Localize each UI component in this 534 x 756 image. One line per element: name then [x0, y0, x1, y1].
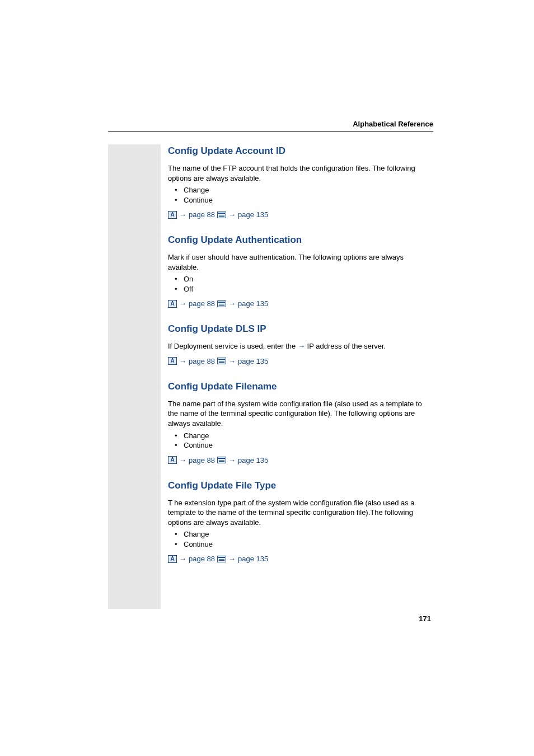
- reference-line: A → page 88 → page 135: [168, 456, 434, 464]
- header-title: Alphabetical Reference: [353, 120, 433, 128]
- page-number: 171: [419, 614, 431, 623]
- page-ref[interactable]: page 88: [189, 456, 215, 464]
- arrow-icon: →: [228, 210, 236, 219]
- section-config-update-dls-ip: Config Update DLS IP If Deployment servi…: [168, 323, 434, 365]
- arrow-icon: →: [228, 456, 236, 464]
- section-body: The name part of the system wide configu…: [168, 399, 434, 429]
- section-config-update-file-type: Config Update File Type T he extension t…: [168, 480, 434, 564]
- page-ref[interactable]: page 135: [238, 555, 268, 563]
- web-icon: [217, 300, 226, 307]
- admin-icon: A: [168, 357, 177, 365]
- page-container: Alphabetical Reference Config Update Acc…: [0, 0, 534, 756]
- section-config-update-authentication: Config Update Authentication Mark if use…: [168, 234, 434, 308]
- page-ref[interactable]: page 135: [238, 299, 268, 308]
- page-ref[interactable]: page 135: [238, 210, 268, 219]
- list-item: Off: [168, 284, 434, 294]
- section-config-update-account-id: Config Update Account ID The name of the…: [168, 145, 434, 219]
- list-item: Change: [168, 431, 434, 441]
- section-config-update-filename: Config Update Filename The name part of …: [168, 381, 434, 464]
- reference-line: A → page 88 → page 135: [168, 210, 434, 219]
- admin-icon: A: [168, 456, 177, 464]
- section-title: Config Update DLS IP: [168, 323, 434, 335]
- reference-line: A → page 88 → page 135: [168, 357, 434, 365]
- header-rule: [108, 131, 433, 132]
- reference-line: A → page 88 → page 135: [168, 555, 434, 563]
- section-body: If Deployment service is used, enter the…: [168, 341, 434, 351]
- list-item: Continue: [168, 539, 434, 550]
- body-prefix: If Deployment service is used, enter the: [168, 342, 298, 350]
- page-ref[interactable]: page 135: [238, 456, 268, 464]
- content-area: Config Update Account ID The name of the…: [168, 145, 434, 579]
- section-body: The name of the FTP account that holds t…: [168, 163, 434, 183]
- arrow-icon: →: [179, 555, 186, 563]
- arrow-icon: →: [179, 299, 186, 308]
- page-ref[interactable]: page 88: [189, 210, 215, 219]
- sidebar-bar: [108, 144, 161, 609]
- page-ref[interactable]: page 88: [189, 357, 215, 365]
- page-ref[interactable]: page 88: [189, 299, 215, 308]
- web-icon: [217, 457, 226, 463]
- bullet-list: Change Continue: [168, 185, 434, 205]
- bullet-list: Change Continue: [168, 431, 434, 450]
- page-ref[interactable]: page 135: [238, 357, 268, 365]
- web-icon: [217, 358, 226, 364]
- section-title: Config Update Authentication: [168, 234, 434, 246]
- bullet-list: Change Continue: [168, 529, 434, 549]
- arrow-icon: →: [228, 555, 236, 563]
- arrow-icon: →: [228, 299, 236, 308]
- web-icon: [217, 556, 226, 562]
- body-suffix: IP address of the server.: [305, 342, 386, 350]
- web-icon: [217, 212, 226, 218]
- list-item: Continue: [168, 195, 434, 205]
- arrow-icon: →: [298, 342, 305, 350]
- list-item: Continue: [168, 440, 434, 450]
- list-item: Change: [168, 529, 434, 539]
- arrow-icon: →: [228, 357, 236, 365]
- arrow-icon: →: [179, 456, 186, 464]
- admin-icon: A: [168, 211, 177, 219]
- section-title: Config Update File Type: [168, 480, 434, 491]
- admin-icon: A: [168, 555, 177, 563]
- section-title: Config Update Account ID: [168, 145, 434, 157]
- arrow-icon: →: [179, 210, 186, 219]
- list-item: On: [168, 274, 434, 284]
- admin-icon: A: [168, 300, 177, 308]
- section-body: T he extension type part of the system w…: [168, 498, 434, 528]
- arrow-icon: →: [179, 357, 186, 365]
- section-title: Config Update Filename: [168, 381, 434, 392]
- reference-line: A → page 88 → page 135: [168, 299, 434, 308]
- section-body: Mark if user should have authentication.…: [168, 252, 434, 272]
- page-ref[interactable]: page 88: [189, 555, 215, 563]
- bullet-list: On Off: [168, 274, 434, 294]
- list-item: Change: [168, 185, 434, 195]
